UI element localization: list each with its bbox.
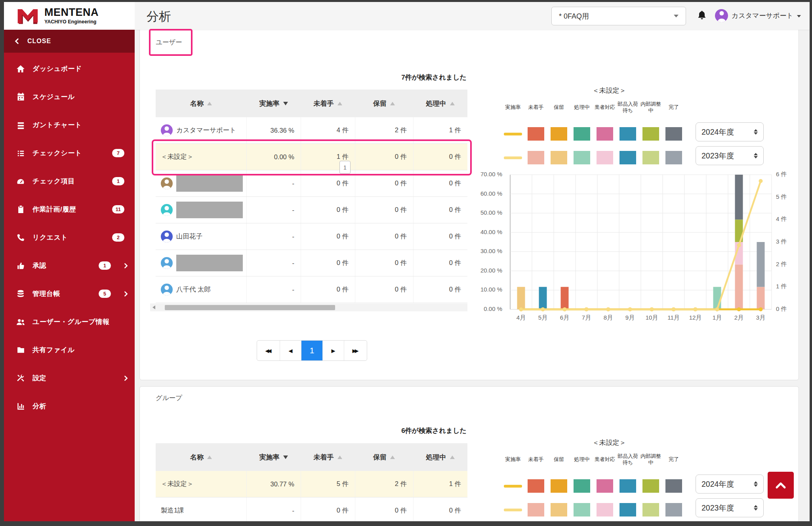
- sidebar-item[interactable]: チェックシート7: [4, 139, 135, 167]
- year-select[interactable]: 2023年度: [696, 498, 764, 517]
- value-cell: 0 件: [413, 223, 467, 250]
- table-row[interactable]: カスタマーサポート36.36 %4 件2 件1 件: [156, 117, 467, 144]
- data-point: [650, 307, 654, 311]
- value-cell: 0 件: [355, 144, 413, 170]
- row-avatar: [161, 204, 173, 216]
- value-cell: 0 件: [301, 497, 355, 521]
- column-header[interactable]: 保留: [355, 443, 413, 471]
- chart-title: ＜未設定＞: [498, 438, 720, 447]
- prev-page-button[interactable]: ◀: [280, 341, 301, 360]
- value-cell: 0 件: [413, 497, 467, 521]
- column-header[interactable]: 未着手: [301, 90, 355, 117]
- sidebar-item[interactable]: ダッシュボード: [4, 55, 135, 83]
- table-row[interactable]: ＜未設定＞30.77 %5 件2 件1 件: [156, 471, 467, 497]
- legend-header-row: 実施率未着手保留処理中業者対応部品入荷待ち内部調整中完了: [501, 453, 685, 465]
- legend-cell: [501, 502, 524, 517]
- user-section-label: ユーザー: [156, 38, 182, 47]
- table-horizontal-scrollbar[interactable]: [150, 303, 467, 311]
- value-cell: 2 件: [355, 471, 413, 497]
- column-header[interactable]: 未着手: [301, 443, 355, 471]
- user-menu[interactable]: カスタマーサポート: [715, 9, 801, 22]
- column-header[interactable]: 名称: [156, 443, 246, 471]
- legend-swatch-row: [501, 126, 685, 141]
- left-axis-tick: 50.00 %: [441, 209, 502, 216]
- legend-label: 部品入荷待ち: [616, 101, 639, 113]
- sort-desc-icon: [283, 102, 288, 105]
- legend-label: 完了: [662, 104, 685, 111]
- sidebar-item[interactable]: 承認1: [4, 252, 135, 280]
- sidebar-item-label: 承認: [32, 261, 46, 270]
- rate-line-swatch: [504, 485, 522, 488]
- table-row[interactable]: 八千代 太郎-0 件0 件0 件: [156, 276, 467, 303]
- sidebar-item[interactable]: チェック項目1: [4, 167, 135, 195]
- sidebar-item[interactable]: 設定: [4, 364, 135, 392]
- value-cell: -: [246, 276, 301, 303]
- value-cell: 0 件: [413, 144, 467, 170]
- x-axis-label: 12月: [684, 314, 706, 322]
- sidebar-menu: ダッシュボードスケジュールガントチャートチェックシート7チェック項目1作業計画/…: [4, 55, 135, 420]
- value-cell: 1 件: [413, 471, 467, 497]
- column-header[interactable]: 処理中: [413, 443, 467, 471]
- scrollbar-thumb[interactable]: [165, 305, 335, 310]
- data-point: [694, 307, 698, 311]
- sidebar-item-label: 作業計画/履歴: [32, 205, 76, 214]
- year-select[interactable]: 2024年度: [696, 122, 764, 141]
- sidebar-item[interactable]: 管理台帳5: [4, 280, 135, 308]
- column-label: 処理中: [426, 453, 446, 462]
- status-color-swatch: [574, 151, 590, 164]
- workspace-select[interactable]: * 0FAQ用: [551, 7, 686, 25]
- sidebar-item[interactable]: 作業計画/履歴11: [4, 195, 135, 223]
- sidebar-item[interactable]: 分析: [4, 392, 135, 420]
- right-axis-tick: 0 件: [776, 305, 787, 313]
- current-page-button[interactable]: 1: [301, 341, 322, 360]
- users-icon: [15, 317, 27, 327]
- sidebar-close-button[interactable]: CLOSE: [4, 30, 135, 53]
- sort-asc-icon: [450, 102, 455, 105]
- column-header[interactable]: 処理中: [413, 90, 467, 117]
- legend-cell: [616, 502, 639, 517]
- table-row[interactable]: ＜未設定＞0.00 %1 件0 件0 件: [156, 144, 467, 170]
- x-axis-label: 2月: [728, 314, 750, 322]
- table-row[interactable]: 製造1課-0 件0 件0 件: [156, 497, 467, 521]
- legend-cell: [570, 150, 593, 165]
- count-badge: 1: [112, 177, 124, 185]
- column-header[interactable]: 実施率: [246, 90, 301, 117]
- legend-label: 未着手: [524, 104, 547, 111]
- legend-cell: [593, 126, 616, 141]
- page-title: 分析: [147, 8, 171, 25]
- row-avatar: [161, 124, 173, 136]
- name-cell: ＜未設定＞: [156, 144, 246, 170]
- data-point: [585, 307, 589, 311]
- sidebar-item[interactable]: リクエスト2: [4, 223, 135, 252]
- legend-cell: [547, 478, 570, 494]
- row-name: 八千代 太郎: [176, 285, 211, 294]
- last-page-button[interactable]: ▶▶: [344, 341, 367, 360]
- legend-label: 保留: [547, 456, 570, 463]
- notification-bell-icon[interactable]: [696, 10, 708, 22]
- table-row[interactable]: 山田花子-0 件0 件0 件: [156, 223, 467, 250]
- table-row[interactable]: -0 件0 件0 件: [156, 170, 467, 197]
- status-color-swatch: [642, 479, 659, 493]
- app-logo[interactable]: MENTENA YACHIYO Engineering: [4, 2, 135, 30]
- column-header[interactable]: 保留: [355, 90, 413, 117]
- column-header[interactable]: 実施率: [246, 443, 301, 471]
- sidebar-item[interactable]: 共有ファイル: [4, 336, 135, 364]
- first-page-button[interactable]: ◀◀: [257, 341, 280, 360]
- year-select[interactable]: 2024年度: [696, 475, 764, 494]
- table-row[interactable]: -0 件0 件0 件: [156, 250, 467, 276]
- year-select[interactable]: 2023年度: [696, 146, 764, 165]
- scroll-to-top-button[interactable]: [768, 472, 794, 499]
- name-cell: 八千代 太郎: [156, 276, 246, 303]
- name-cell: ＜未設定＞: [156, 471, 246, 497]
- legend-cell: [524, 150, 547, 165]
- user-table: 名称実施率未着手保留処理中カスタマーサポート36.36 %4 件2 件1 件＜未…: [156, 90, 467, 303]
- sidebar-item[interactable]: スケジュール: [4, 83, 135, 111]
- value-cell: 2 件: [355, 117, 413, 143]
- sort-asc-icon: [207, 102, 212, 105]
- next-page-button[interactable]: ▶: [322, 341, 344, 360]
- sidebar-item[interactable]: ユーザー・グループ情報: [4, 308, 135, 336]
- table-row[interactable]: -0 件0 件0 件: [156, 197, 467, 223]
- status-color-swatch: [642, 151, 659, 164]
- column-header[interactable]: 名称: [156, 90, 246, 117]
- sidebar-item[interactable]: ガントチャート: [4, 111, 135, 139]
